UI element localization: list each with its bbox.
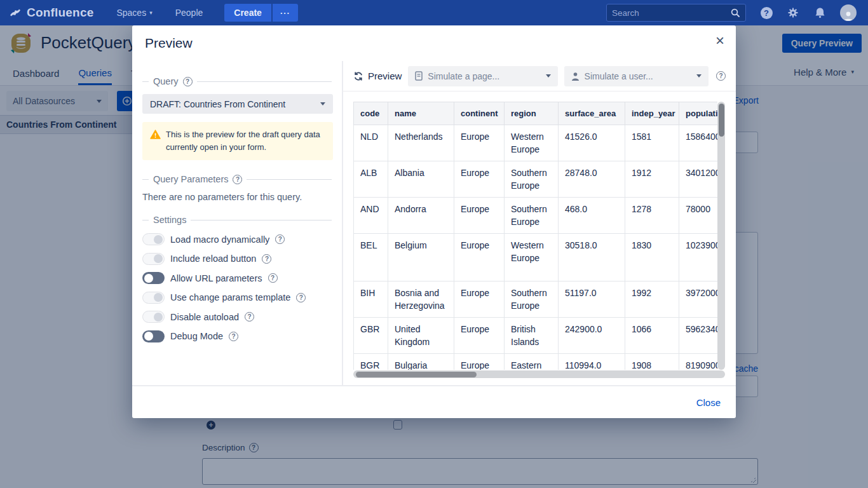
help-icon[interactable]: ? — [183, 77, 193, 86]
table-cell: Andorra — [388, 198, 454, 234]
table-cell: Western Europe — [505, 234, 559, 281]
query-settings-pane: Query ? DRAFT: Countries From Continent … — [132, 61, 343, 385]
nav-people[interactable]: People — [175, 8, 203, 18]
help-icon[interactable]: ? — [296, 293, 306, 302]
table-cell: 30518.0 — [559, 234, 625, 281]
table-cell: AND — [354, 198, 388, 234]
query-select[interactable]: DRAFT: Countries From Continent — [142, 94, 333, 114]
toggle-load-macro-dynamically[interactable] — [142, 233, 165, 245]
table-cell: Belgium — [388, 234, 454, 281]
help-icon[interactable]: ? — [245, 312, 254, 322]
chevron-down-icon — [696, 74, 702, 78]
table-cell: Europe — [454, 234, 505, 281]
table-cell: NLD — [354, 125, 388, 161]
toggle-debug-mode[interactable] — [142, 330, 165, 342]
parameters-section-legend: Query Parameters ? — [142, 174, 332, 184]
table-cell: 15864000 — [679, 125, 718, 161]
setting-row: Allow URL parameters? — [142, 272, 332, 284]
setting-label: Disable autoload — [170, 312, 239, 322]
help-icon[interactable]: ? — [716, 71, 726, 81]
table-cell: 41526.0 — [559, 125, 625, 161]
avatar[interactable] — [840, 4, 857, 21]
table-cell: Europe — [454, 318, 505, 354]
help-icon[interactable]: ? — [262, 254, 271, 264]
column-header: population — [679, 102, 718, 125]
help-icon[interactable]: ? — [760, 6, 773, 19]
toggle-include-reload-button[interactable] — [142, 253, 165, 265]
create-button[interactable]: Create — [224, 4, 271, 22]
table-header: codenamecontinentregionsurface_areaindep… — [354, 102, 718, 125]
horizontal-scrollbar[interactable] — [353, 370, 725, 378]
table-cell: Eastern Europe — [505, 354, 559, 370]
column-header: surface_area — [559, 102, 625, 125]
toggle-use-change-params-template[interactable] — [142, 292, 165, 304]
table-row: BIHBosnia and HerzegovinaEuropeSouthern … — [354, 281, 718, 318]
table-cell: BIH — [354, 281, 388, 318]
help-icon[interactable]: ? — [229, 332, 238, 341]
modal-title: Preview — [145, 36, 193, 51]
table-cell: 51197.0 — [559, 281, 625, 318]
table-cell: 1581 — [625, 125, 679, 161]
table-cell: 1830 — [625, 234, 679, 281]
help-icon[interactable]: ? — [268, 273, 278, 283]
table-row: ANDAndorraEuropeSouthern Europe468.01278… — [354, 198, 718, 234]
notifications-bell-icon[interactable] — [813, 6, 826, 19]
table-cell: Europe — [454, 161, 505, 198]
top-navigation: Confluence Spaces ▾ People Create ··· ? — [0, 0, 868, 25]
horizontal-scrollbar-thumb[interactable] — [356, 372, 477, 377]
nav-spaces[interactable]: Spaces ▾ — [116, 8, 152, 18]
table-cell: 1908 — [625, 354, 679, 370]
simulate-page-select[interactable]: Simulate a page... — [408, 66, 557, 86]
table-row: ALBAlbaniaEuropeSouthern Europe28748.019… — [354, 161, 718, 198]
table-row: BELBelgiumEuropeWestern Europe30518.0183… — [354, 234, 718, 281]
modal-footer: Close — [132, 385, 736, 418]
table-row: NLDNetherlandsEuropeWestern Europe41526.… — [354, 125, 718, 161]
search-input[interactable] — [612, 8, 730, 18]
table-cell: Bulgaria — [388, 354, 454, 370]
nav-more-button[interactable]: ··· — [273, 4, 298, 22]
table-row: GBRUnited KingdomEuropeBritish Islands24… — [354, 318, 718, 354]
table-cell: BEL — [354, 234, 388, 281]
table-cell: GBR — [354, 318, 388, 354]
table-cell: 1992 — [625, 281, 679, 318]
confluence-logo[interactable]: Confluence — [9, 6, 93, 20]
table-cell: 468.0 — [559, 198, 625, 234]
vertical-scrollbar-thumb[interactable] — [719, 104, 724, 137]
global-search[interactable] — [606, 4, 746, 22]
close-icon[interactable]: × — [715, 33, 724, 48]
preview-toolbar: Preview Simulate a page... — [343, 61, 736, 92]
setting-label: Include reload button — [170, 254, 256, 264]
vertical-scrollbar[interactable] — [717, 102, 725, 370]
table-cell: 59623400 — [679, 318, 718, 354]
table-cell: 1912 — [625, 161, 679, 198]
table-cell: BGR — [354, 354, 388, 370]
table-cell: Europe — [454, 198, 505, 234]
no-parameters-text: There are no parameters for this query. — [142, 192, 332, 202]
preview-table: codenamecontinentregionsurface_areaindep… — [353, 102, 717, 370]
table-cell: 1278 — [625, 198, 679, 234]
refresh-preview-button[interactable]: Preview — [353, 71, 402, 81]
close-button[interactable]: Close — [696, 397, 721, 408]
toggle-disable-autoload[interactable] — [142, 311, 165, 323]
table-cell: Southern Europe — [505, 198, 559, 234]
table-cell: 3401200 — [679, 161, 718, 198]
column-header: region — [505, 102, 559, 125]
help-icon[interactable]: ? — [275, 234, 285, 244]
table-cell: Netherlands — [388, 125, 454, 161]
help-icon[interactable]: ? — [233, 175, 242, 184]
search-icon — [730, 8, 740, 18]
simulate-user-select[interactable]: Simulate a user... — [564, 66, 709, 86]
setting-row: Debug Mode? — [142, 330, 332, 342]
table-cell: 3972000 — [679, 281, 718, 318]
toggle-allow-url-parameters[interactable] — [142, 272, 165, 284]
table-cell: 242900.0 — [559, 318, 625, 354]
table-cell: Western Europe — [505, 125, 559, 161]
table-cell: 8190900 — [679, 354, 718, 370]
table-cell: 10239000 — [679, 234, 718, 281]
refresh-icon — [353, 71, 363, 81]
setting-label: Allow URL parameters — [170, 273, 262, 283]
chevron-down-icon — [546, 74, 551, 78]
table-cell: 28748.0 — [559, 161, 625, 198]
column-header: code — [354, 102, 388, 125]
gear-icon[interactable] — [787, 6, 799, 19]
